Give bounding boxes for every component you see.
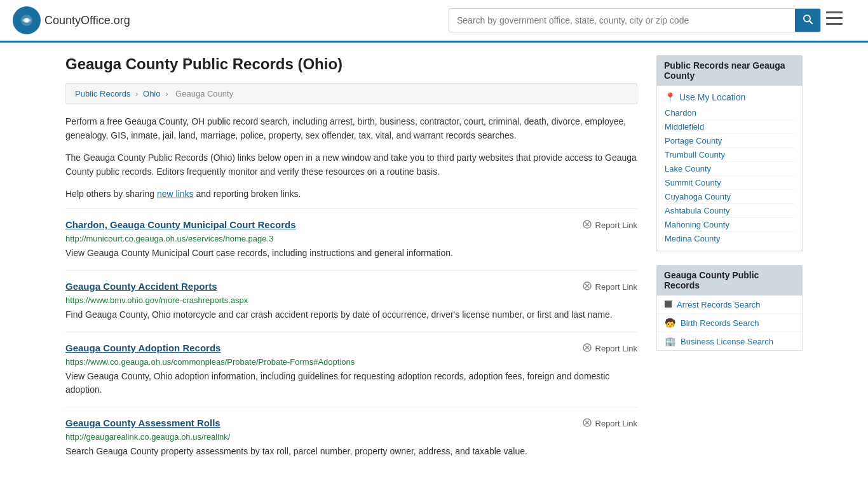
search-button[interactable] (795, 9, 820, 32)
arrest-records-label: Arrest Records Search (677, 300, 761, 309)
hamburger-menu[interactable] (826, 11, 843, 29)
business-license-label: Business License Search (681, 337, 773, 346)
svg-rect-5 (826, 11, 843, 13)
sidebar: Public Records near Geauga County 📍 Use … (656, 55, 803, 468)
report-link-2[interactable]: Report Link (582, 342, 637, 355)
record-desc-2: View Geauga County, Ohio adoption inform… (65, 370, 637, 396)
arrest-icon (665, 299, 672, 309)
new-links-link[interactable]: new links (157, 189, 194, 199)
report-link-3[interactable]: Report Link (582, 417, 637, 430)
nearby-links: ChardonMiddlefieldPortage CountyTrumbull… (665, 106, 794, 245)
search-area (449, 8, 843, 32)
nearby-link-1[interactable]: Middlefield (665, 120, 794, 134)
use-my-location[interactable]: 📍 Use My Location (665, 92, 794, 102)
record-item-2: Geauga County Adoption Records Report Li… (65, 332, 637, 407)
svg-rect-6 (826, 17, 843, 19)
nearby-link-2[interactable]: Portage County (665, 134, 794, 148)
nearby-heading: Public Records near Geauga County (656, 55, 803, 86)
nearby-section: Public Records near Geauga County 📍 Use … (656, 55, 803, 252)
logo-suffix: .org (111, 14, 130, 27)
site-header: CountyOffice.org (0, 0, 868, 43)
breadcrumb-ohio[interactable]: Ohio (143, 89, 160, 98)
report-link-1[interactable]: Report Link (582, 281, 637, 293)
record-url-1[interactable]: https://www.bmv.ohio.gov/more-crashrepor… (65, 295, 637, 305)
sidebar-arrest-records[interactable]: Arrest Records Search (657, 295, 802, 314)
svg-rect-7 (826, 23, 843, 25)
records-section: Geauga County Public Records Arrest Reco… (656, 265, 803, 351)
search-box (449, 8, 821, 32)
svg-point-2 (25, 18, 29, 22)
search-input[interactable] (449, 9, 795, 32)
page-title: Geauga County Public Records (Ohio) (65, 55, 637, 73)
nearby-link-0[interactable]: Chardon (665, 106, 794, 120)
menu-icon (826, 11, 843, 25)
record-url-3[interactable]: http://geaugarealink.co.geauga.oh.us/rea… (65, 432, 637, 442)
birth-records-label: Birth Records Search (681, 318, 759, 328)
record-title-3[interactable]: Geauga County Assessment Rolls (65, 417, 220, 428)
record-header-2: Geauga County Adoption Records Report Li… (65, 342, 637, 355)
nearby-link-3[interactable]: Trumbull County (665, 148, 794, 162)
report-icon-1 (582, 281, 592, 293)
logo-icon (13, 6, 41, 34)
record-header-3: Geauga County Assessment Rolls Report Li… (65, 417, 637, 430)
record-item-1: Geauga County Accident Reports Report Li… (65, 270, 637, 332)
report-icon-2 (582, 342, 592, 355)
breadcrumb-current: Geauga County (175, 89, 233, 98)
records-list: Chardon, Geauga County Municipal Court R… (65, 208, 637, 468)
record-title-2[interactable]: Geauga County Adoption Records (65, 342, 220, 353)
record-item-3: Geauga County Assessment Rolls Report Li… (65, 407, 637, 468)
records-heading: Geauga County Public Records (656, 265, 803, 295)
description-2: The Geauga County Public Records (Ohio) … (65, 151, 637, 179)
content-area: Geauga County Public Records (Ohio) Publ… (65, 55, 637, 468)
record-desc-0: View Geauga County Municipal Court case … (65, 247, 637, 260)
nearby-link-7[interactable]: Ashtabula County (665, 204, 794, 218)
breadcrumb-public-records[interactable]: Public Records (75, 89, 130, 98)
record-desc-1: Find Geauga County, Ohio motorcycle and … (65, 308, 637, 322)
nearby-link-6[interactable]: Cuyahoga County (665, 190, 794, 204)
location-pin-icon: 📍 (665, 92, 675, 102)
nearby-link-8[interactable]: Mahoning County (665, 218, 794, 232)
breadcrumb: Public Records › Ohio › Geauga County (65, 83, 637, 104)
birth-icon: 🧒 (665, 318, 675, 328)
report-icon-3 (582, 417, 592, 430)
record-title-1[interactable]: Geauga County Accident Reports (65, 281, 217, 292)
description-3: Help others by sharing new links and rep… (65, 187, 637, 201)
records-links-list: Arrest Records Search 🧒 Birth Records Se… (656, 295, 803, 351)
record-desc-3: Search Geauga County property assessment… (65, 445, 637, 458)
main-container: Geauga County Public Records (Ohio) Publ… (53, 43, 815, 481)
record-url-2[interactable]: https://www.co.geauga.oh.us/commonpleas/… (65, 357, 637, 367)
report-icon-0 (582, 219, 592, 231)
report-link-0[interactable]: Report Link (582, 219, 637, 231)
record-item-0: Chardon, Geauga County Municipal Court R… (65, 208, 637, 270)
description-1: Perform a free Geauga County, OH public … (65, 114, 637, 143)
nearby-link-5[interactable]: Summit County (665, 176, 794, 190)
business-icon: 🏢 (665, 336, 675, 346)
record-url-0[interactable]: http://municourt.co.geauga.oh.us/eservic… (65, 234, 637, 243)
record-title-0[interactable]: Chardon, Geauga County Municipal Court R… (65, 219, 296, 230)
search-icon (803, 14, 813, 24)
record-header-0: Chardon, Geauga County Municipal Court R… (65, 219, 637, 231)
nearby-link-9[interactable]: Medina County (665, 232, 794, 245)
nearby-content: 📍 Use My Location ChardonMiddlefieldPort… (656, 86, 803, 252)
logo[interactable]: CountyOffice.org (13, 6, 130, 34)
sidebar-birth-records[interactable]: 🧒 Birth Records Search (657, 314, 802, 332)
record-header-1: Geauga County Accident Reports Report Li… (65, 281, 637, 293)
svg-line-4 (810, 21, 812, 24)
sidebar-business-license[interactable]: 🏢 Business License Search (657, 332, 802, 350)
logo-text: CountyOffice.org (44, 14, 130, 27)
logo-name: CountyOffice (44, 14, 111, 27)
nearby-link-4[interactable]: Lake County (665, 162, 794, 176)
